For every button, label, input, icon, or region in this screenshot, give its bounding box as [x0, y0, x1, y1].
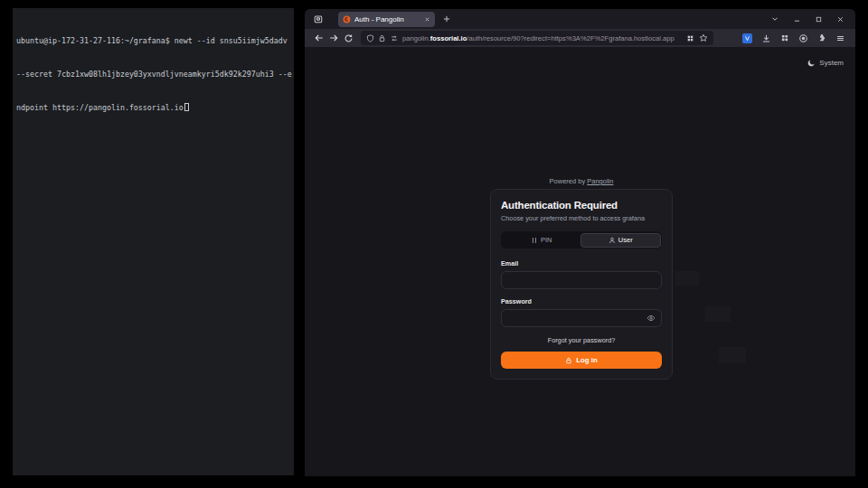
password-input[interactable] — [507, 310, 646, 326]
terminal-line: ubuntu@ip-172-31-27-116:~/grafana$ newt … — [16, 35, 290, 46]
password-field-wrap — [501, 309, 662, 327]
terminal-window[interactable]: ubuntu@ip-172-31-27-116:~/grafana$ newt … — [13, 8, 294, 475]
tab-user[interactable]: User — [580, 233, 661, 248]
browser-window: Auth - Pangolin — [305, 9, 855, 476]
theme-toggle[interactable]: System — [807, 59, 844, 67]
browser-tab-auth-pangolin[interactable]: Auth - Pangolin — [338, 12, 435, 27]
card-title: Authentication Required — [501, 200, 662, 211]
email-field-wrap — [501, 271, 662, 289]
toolbar-extension-icons — [742, 33, 848, 43]
auth-method-tabs: PIN User — [501, 231, 662, 249]
email-input[interactable] — [507, 272, 656, 288]
bookmark-star-icon[interactable] — [699, 33, 708, 42]
background-texture — [719, 347, 746, 363]
back-icon[interactable] — [312, 31, 326, 45]
show-password-eye-icon[interactable] — [646, 314, 656, 323]
forward-icon[interactable] — [326, 31, 341, 45]
terminal-cursor — [184, 103, 189, 111]
browser-toolbar: pangolin.fossorial.io/auth/resource/90?r… — [305, 29, 855, 47]
urlbar-end-icons — [686, 33, 708, 42]
swap-arrows-icon[interactable] — [390, 34, 399, 42]
pangolin-link[interactable]: Pangolin — [587, 177, 613, 185]
extensions-grid-icon[interactable] — [780, 33, 789, 42]
tab-list-chevron-icon[interactable] — [770, 14, 779, 23]
terminal-line-text: ndpoint https://pangolin.fossorial.io — [16, 103, 184, 112]
powered-by: Powered by Pangolin — [490, 177, 673, 185]
auth-card: Authentication Required Choose your pref… — [490, 189, 673, 380]
tab-pin-label: PIN — [541, 236, 552, 244]
terminal-line: --secret 7cbz1xw08lh1jbzey03yxvndljvneam… — [16, 69, 290, 80]
keypad-icon — [531, 237, 538, 244]
tab-title: Auth - Pangolin — [354, 15, 420, 23]
tracking-shield-icon[interactable] — [366, 34, 374, 42]
new-tab-button[interactable] — [442, 14, 451, 23]
hamburger-menu-icon[interactable] — [835, 33, 845, 43]
login-lock-icon — [565, 357, 572, 364]
vaultwarden-extension-icon[interactable] — [742, 33, 752, 43]
downloads-icon[interactable] — [761, 33, 771, 43]
url-text: pangolin.fossorial.io/auth/resource/90?r… — [402, 34, 683, 42]
background-texture — [675, 271, 699, 286]
url-subdomain: pangolin. — [402, 34, 430, 42]
tab-close-icon[interactable] — [424, 16, 430, 23]
close-window-icon[interactable] — [836, 15, 844, 23]
user-icon — [609, 237, 616, 244]
password-label: Password — [501, 297, 662, 305]
lock-icon[interactable] — [378, 34, 386, 42]
card-subtitle: Choose your preferred method to access g… — [501, 214, 662, 222]
login-button[interactable]: Log in — [501, 352, 662, 369]
auth-page: System Powered by Pangolin Authenticatio… — [305, 47, 855, 476]
window-controls — [770, 14, 855, 23]
url-bar[interactable]: pangolin.fossorial.io/auth/resource/90?r… — [361, 31, 713, 45]
email-label: Email — [501, 259, 662, 267]
moon-theme-icon — [807, 59, 816, 67]
firefox-view-icon[interactable] — [313, 14, 324, 24]
forgot-password-link[interactable]: Forgot your password? — [501, 336, 662, 344]
tab-user-label: User — [618, 236, 633, 244]
minimize-icon[interactable] — [793, 15, 801, 23]
browser-tab-bar: Auth - Pangolin — [305, 9, 855, 29]
url-path: /auth/resource/90?redirect=https%3A%2F%2… — [467, 34, 674, 42]
powered-by-text: Powered by — [550, 177, 588, 185]
container-grid-icon[interactable] — [686, 34, 694, 42]
reload-icon[interactable] — [341, 31, 355, 45]
account-circle-icon[interactable] — [798, 33, 808, 43]
puzzle-extension-icon[interactable] — [817, 33, 826, 42]
login-button-label: Log in — [576, 356, 597, 364]
background-texture — [705, 306, 731, 322]
pangolin-favicon-icon — [343, 15, 351, 23]
maximize-icon[interactable] — [815, 15, 823, 23]
url-domain: fossorial.io — [430, 34, 467, 42]
terminal-line: ndpoint https://pangolin.fossorial.io — [16, 102, 290, 113]
tab-pin[interactable]: PIN — [503, 233, 581, 248]
theme-toggle-label: System — [819, 59, 844, 67]
